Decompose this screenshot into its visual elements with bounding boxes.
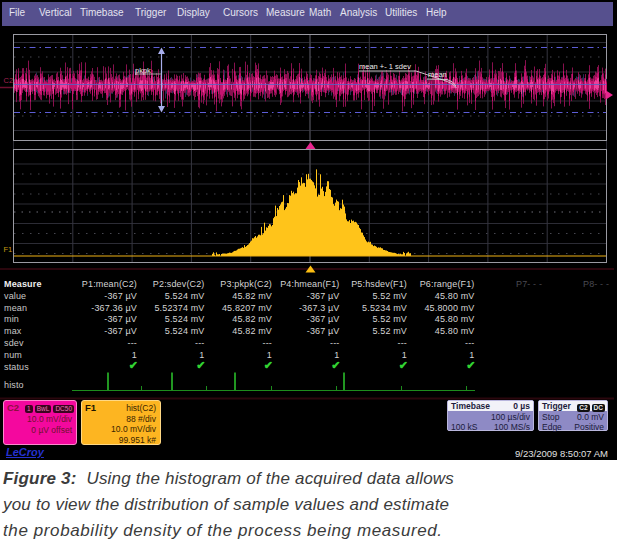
svg-text:mean: mean [428,70,447,79]
svg-text:pkpk: pkpk [135,66,151,75]
svg-text:mean +- 1 sdev: mean +- 1 sdev [359,62,411,71]
svg-text:F1: F1 [4,245,13,254]
svg-text:C2: C2 [4,76,14,85]
